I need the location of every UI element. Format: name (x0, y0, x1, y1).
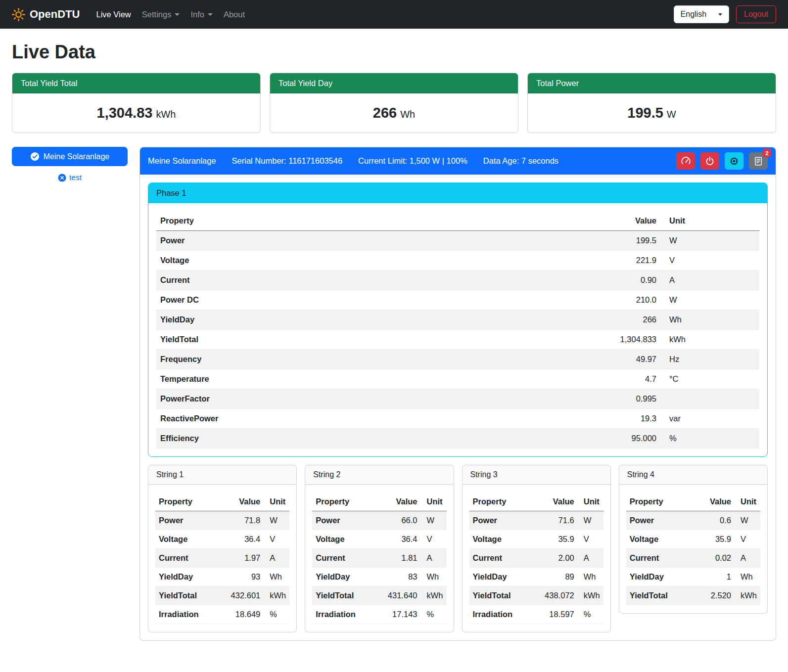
language-select[interactable]: English (674, 5, 729, 23)
property-name: Power (469, 511, 530, 530)
property-unit: kWh (421, 586, 447, 605)
property-value: 66.0 (373, 511, 421, 530)
nav-about[interactable]: About (218, 5, 250, 24)
property-unit (660, 389, 759, 409)
property-name: YieldTotal (626, 586, 693, 605)
property-value: 0.02 (693, 549, 735, 568)
column-header-property: Property (626, 493, 693, 511)
sidebar-item-test[interactable]: test (55, 173, 85, 182)
string-table-body: Power66.0WVoltage36.4VCurrent1.81AYieldD… (312, 511, 446, 624)
property-name: Power DC (156, 290, 458, 310)
table-row: Voltage36.4V (155, 530, 289, 549)
limit-settings-button[interactable] (676, 152, 695, 170)
string-table-header-row: Property Value Unit (155, 493, 289, 511)
card-value: 1,304.83 (97, 105, 153, 121)
table-row: Irradiation18.597% (469, 605, 603, 624)
string-card: String 3 Property Value Unit Power71.6WV… (462, 465, 611, 632)
column-header-property: Property (155, 493, 216, 511)
property-name: Voltage (155, 530, 216, 549)
property-value: 0.995 (458, 389, 660, 409)
total-yield-total-card: Total Yield Total 1,304.83kWh (12, 73, 261, 133)
property-name: YieldTotal (155, 586, 216, 605)
property-name: Power (312, 511, 373, 530)
string-table-body: Power0.6WVoltage35.9VCurrent0.02AYieldDa… (626, 511, 760, 605)
table-row: Current1.81A (312, 549, 446, 568)
property-unit: % (660, 429, 759, 448)
card-value: 199.5 (627, 105, 663, 121)
table-row: Power199.5W (156, 231, 759, 251)
property-name: YieldDay (626, 568, 693, 586)
inverter-panel: Meine Solaranlage Serial Number: 1161716… (139, 147, 776, 641)
property-name: Current (312, 549, 373, 568)
property-unit: Wh (578, 568, 603, 586)
string-table-header-row: Property Value Unit (312, 493, 446, 511)
table-row: ReactivePower19.3var (156, 409, 759, 429)
property-value: 2.00 (530, 549, 578, 568)
inverter-sidebar: Meine Solaranlage test (12, 147, 128, 182)
card-title: Total Yield Day (270, 73, 518, 93)
table-row: Power DC210.0W (156, 290, 759, 310)
table-row: YieldDay266Wh (156, 310, 759, 330)
power-settings-button[interactable] (700, 152, 719, 170)
property-name: Frequency (156, 350, 458, 369)
property-value: 19.3 (458, 409, 660, 429)
table-row: YieldDay1Wh (626, 568, 760, 586)
property-unit: V (421, 530, 447, 549)
phase-card: Phase 1 Property Value Unit Power199.5WV… (148, 182, 768, 457)
property-name: ReactivePower (156, 409, 458, 429)
table-row: Current1.97A (155, 549, 289, 568)
property-name: YieldDay (155, 568, 216, 586)
inverter-select-button[interactable]: Meine Solaranlage (12, 147, 128, 166)
property-value: 0.90 (458, 270, 660, 290)
inverter-name: Meine Solaranlage (148, 156, 216, 166)
string-card: String 2 Property Value Unit Power66.0WV… (305, 465, 454, 632)
property-unit: kWh (264, 586, 289, 605)
property-unit: V (578, 530, 603, 549)
logout-button[interactable]: Logout (736, 5, 776, 23)
property-name: YieldTotal (469, 586, 530, 605)
column-header-unit: Unit (578, 493, 603, 511)
column-header-value: Value (530, 493, 578, 511)
inverter-serial: Serial Number: 116171603546 (232, 156, 343, 166)
string-card-title: String 1 (148, 465, 296, 485)
property-name: Current (469, 549, 530, 568)
string-card: String 1 Property Value Unit Power71.8WV… (148, 465, 297, 632)
property-value: 266 (458, 310, 660, 330)
property-name: Efficiency (156, 429, 458, 448)
property-value: 93 (216, 568, 264, 586)
property-unit: % (264, 605, 289, 624)
property-unit: kWh (735, 586, 760, 605)
column-header-property: Property (469, 493, 530, 511)
column-header-unit: Unit (264, 493, 289, 511)
event-log-button[interactable]: 2 (749, 152, 768, 170)
property-unit: W (421, 511, 447, 530)
column-header-value: Value (373, 493, 421, 511)
table-row: Efficiency95.000% (156, 429, 759, 448)
nav-settings-dropdown[interactable]: Settings (137, 5, 185, 24)
property-value: 1.97 (216, 549, 264, 568)
summary-cards-row: Total Yield Total 1,304.83kWh Total Yiel… (12, 73, 776, 133)
property-name: Temperature (156, 369, 458, 389)
property-value: 438.072 (530, 586, 578, 605)
device-info-button[interactable] (725, 152, 743, 170)
table-row: Frequency49.97Hz (156, 350, 759, 369)
sun-icon (12, 8, 25, 21)
phase-card-title: Phase 1 (148, 183, 767, 203)
property-name: Current (626, 549, 693, 568)
string-table: Property Value Unit Power0.6WVoltage35.9… (626, 493, 760, 605)
column-header-value: Value (458, 211, 660, 231)
nav-live-view[interactable]: Live View (91, 5, 136, 24)
table-row: Voltage36.4V (312, 530, 446, 549)
property-name: Irradiation (469, 605, 530, 624)
chevron-down-icon (718, 13, 722, 16)
nav-info-dropdown[interactable]: Info (185, 5, 218, 24)
string-table: Property Value Unit Power66.0WVoltage36.… (312, 493, 446, 624)
table-row: Irradiation18.649% (155, 605, 289, 624)
strings-row: String 1 Property Value Unit Power71.8WV… (148, 465, 768, 632)
property-unit: V (735, 530, 760, 549)
property-name: YieldDay (156, 310, 458, 330)
property-value: 89 (530, 568, 578, 586)
brand[interactable]: OpenDTU (12, 8, 80, 21)
property-value: 36.4 (216, 530, 264, 549)
property-name: Irradiation (155, 605, 216, 624)
